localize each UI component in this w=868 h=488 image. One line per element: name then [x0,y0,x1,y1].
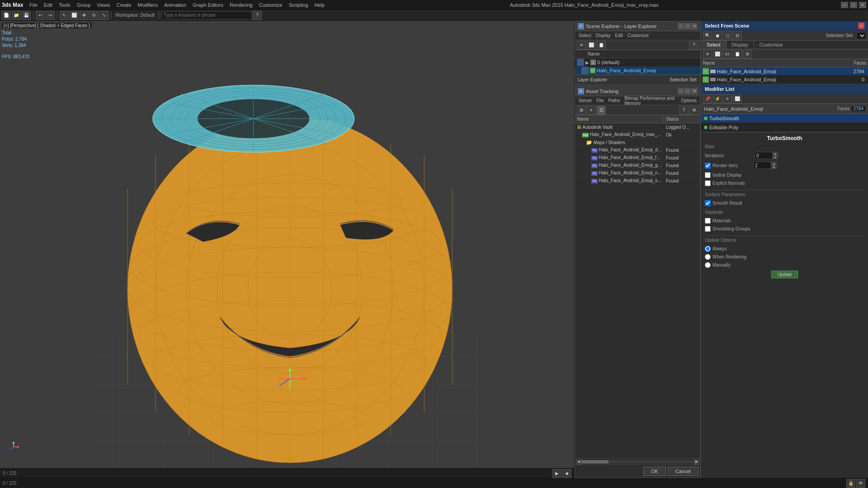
move-button[interactable]: ✥ [80,11,89,20]
menu-file[interactable]: File [27,1,40,9]
scrollbar-track[interactable] [581,460,694,464]
asset-minimize-button[interactable]: ─ [678,88,684,94]
asset-tb-settings[interactable]: ⚙ [689,106,698,115]
menu-scripting[interactable]: Scripting [286,1,311,9]
save-button[interactable]: 💾 [22,11,31,20]
stop-button[interactable]: ■ [562,469,571,478]
materials-checkbox[interactable] [705,218,711,224]
asset-close-button[interactable]: ✕ [691,88,698,94]
scale-button[interactable]: ⤡ [99,11,108,20]
asset-row-vault[interactable]: 🏛 Autodesk Vault Logged O... [575,123,700,131]
rotate-button[interactable]: ↻ [90,11,99,20]
asset-menu-file[interactable]: File [594,98,605,103]
asset-cancel-button[interactable]: Cancel [668,467,698,476]
redo-button[interactable]: ↪ [46,11,55,20]
asset-row-diffuse[interactable]: Ps Halo_Face_Android_Emoji_diffuse.png F… [575,146,700,154]
render-iters-down-btn[interactable]: ▼ [771,165,777,169]
close-button[interactable]: ✕ [859,2,866,8]
always-radio[interactable] [705,246,711,252]
undo-button[interactable]: ↩ [36,11,45,20]
menu-help[interactable]: Help [311,1,327,9]
open-button[interactable]: 📁 [12,11,21,20]
asset-row-normal[interactable]: Ps Halo_Face_Android_Emoji_normal.png Fo… [575,169,700,177]
render-iters-up-btn[interactable]: ▲ [771,162,777,165]
menu-graph-editors[interactable]: Graph Editors [190,1,226,9]
asset-tb-btn1[interactable]: ⊞ [577,106,586,115]
sfs-select-none-btn[interactable]: ◻ [723,31,732,40]
scene-tb-btn2[interactable]: ⬜ [587,41,596,50]
statusbar-btn2[interactable]: 👁 [856,479,865,488]
scene-explorer-restore[interactable]: □ [684,23,691,29]
scene-tb-btn3[interactable]: 📋 [597,41,606,50]
sfs-find-btn[interactable]: 🔍 [703,31,712,40]
scene-item-layer-0[interactable]: ▶ L 0 (default) [575,58,700,66]
sfs-invert-btn[interactable]: ⊟ [733,31,742,40]
manually-radio[interactable] [705,262,711,268]
modifier-item-turbosmoooth[interactable]: TurboSmooth [701,114,868,123]
sfs-tb2-btn3[interactable]: 🏷 [723,50,732,59]
asset-row-max-file[interactable]: max Halo_Face_Android_Emoji_max_vray.max… [575,131,700,139]
scroll-right-btn[interactable]: ▶ [694,459,699,465]
asset-tb-btn3[interactable]: ☰ [597,106,606,115]
explicit-normals-checkbox[interactable] [705,180,711,186]
menu-modifiers[interactable]: Modifiers [135,1,161,9]
asset-menu-options[interactable]: Options [679,98,698,103]
mod-tb-btn4[interactable]: ⬜ [733,94,742,103]
mod-tb-btn2[interactable]: ⚡ [713,94,722,103]
select-object-button[interactable]: ↖ [60,11,69,20]
update-button[interactable]: Update [771,271,797,278]
scene-menu-edit[interactable]: Edit [613,33,625,38]
sfs-tab-display[interactable]: Display [726,41,754,49]
restore-button[interactable]: □ [850,2,857,8]
isoline-checkbox[interactable] [705,172,711,178]
scene-explorer-close[interactable]: ✕ [691,23,698,29]
smoothing-groups-checkbox[interactable] [705,226,711,232]
asset-tb-btn2[interactable]: ≡ [587,106,596,115]
menu-tools[interactable]: Tools [56,1,73,9]
scene-item-halo-face[interactable]: O Halo_Face_Android_Emoji [575,66,700,75]
scene-tb-btn-help[interactable]: ? [689,41,698,50]
menu-create[interactable]: Create [113,1,134,9]
smooth-result-checkbox[interactable] [705,200,711,206]
minimize-button[interactable]: ─ [841,2,848,8]
sfs-tb2-btn4[interactable]: 📋 [733,50,742,59]
asset-ok-button[interactable]: OK [643,467,666,476]
asset-menu-bitmap[interactable]: Bitmap Performance and Memory [623,95,678,106]
sfs-row-0[interactable]: O Halo_Face_Android_Emoji 2784 [701,67,868,75]
statusbar-btn1[interactable]: 🔒 [846,479,855,488]
asset-row-maps-folder[interactable]: 📁 Maps / Shaders [575,139,700,146]
scrollbar-thumb[interactable] [581,460,609,464]
scroll-left-btn[interactable]: ◀ [576,459,581,465]
render-iters-checkbox[interactable] [705,163,711,169]
asset-row-glossiness[interactable]: Ps Halo_Face_Android_Emoji_glossiness.p.… [575,162,700,169]
asset-menu-server[interactable]: Server [577,98,594,103]
scene-tb-btn1[interactable]: ✕ [577,41,586,50]
asset-row-specular[interactable]: Ps Halo_Face_Android_Emoji_specular.png … [575,177,700,185]
3d-viewport[interactable]: [+] [Perspective] [ Shaded + Edged Faces… [0,21,574,468]
sfs-tb2-btn1[interactable]: ✕ [703,50,712,59]
render-iters-input[interactable] [753,162,771,169]
modifier-item-editable-poly[interactable]: Editable Poly [701,123,868,132]
sfs-tb2-btn5[interactable]: ⚙ [743,50,752,59]
play-button[interactable]: ▶ [552,469,561,478]
when-rendering-radio[interactable] [705,254,711,260]
sfs-row-1[interactable]: O Halo_Face_Android_Emoji 0 [701,75,868,84]
asset-row-frensel[interactable]: Ps Halo_Face_Android_Emoji_frensel.png F… [575,154,700,162]
menu-views[interactable]: Views [94,1,113,9]
mod-tb-btn1[interactable]: 📌 [703,94,712,103]
iterations-down-btn[interactable]: ▼ [773,155,778,159]
select-region-button[interactable]: ⬜ [70,11,79,20]
menu-animation[interactable]: Animation [161,1,189,9]
help-button[interactable]: ? [253,11,262,20]
new-button[interactable]: 📄 [2,11,11,20]
scene-menu-select[interactable]: Select [577,33,593,38]
menu-customize[interactable]: Customize [256,1,285,9]
scene-menu-display[interactable]: Display [594,33,613,38]
menu-rendering[interactable]: Rendering [227,1,255,9]
sfs-close-button[interactable]: ✕ [858,23,864,29]
asset-menu-paths[interactable]: Paths [607,98,622,103]
asset-restore-button[interactable]: □ [684,88,691,94]
sfs-select-all-btn[interactable]: ◼ [713,31,722,40]
sfs-selection-set-dropdown[interactable] [856,32,866,39]
search-input[interactable] [161,11,252,19]
